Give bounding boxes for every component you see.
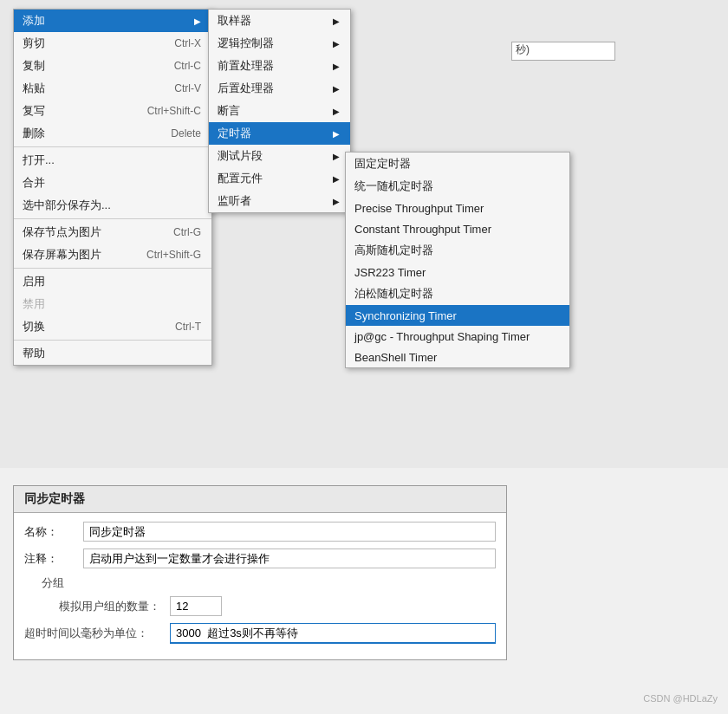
menu-item-help[interactable]: 帮助 (14, 342, 211, 365)
sub1-item-test-fragment-label: 测试片段 (218, 148, 263, 164)
sub1-item-postprocess[interactable]: 后置处理器 ▶ (209, 77, 350, 100)
config-comment-input[interactable] (83, 548, 496, 568)
config-name-input[interactable] (83, 522, 496, 542)
menu-item-save-screen-img-label: 保存屏幕为图片 (23, 247, 101, 263)
menu-item-open-label: 打开... (23, 153, 55, 168)
menu-item-merge-label: 合并 (23, 175, 45, 191)
sub1-item-timer-label: 定时器 (218, 126, 251, 141)
menu-item-paste-label: 粘贴 (23, 81, 45, 96)
config-timeout-input[interactable] (170, 623, 496, 644)
sub2-item-jpgc[interactable]: jp@gc - Throughput Shaping Timer (346, 326, 569, 347)
sub1-item-timer[interactable]: 定时器 ▶ (209, 122, 350, 145)
menu-item-delete[interactable]: 删除 Delete (14, 122, 211, 145)
sub2-item-poisson[interactable]: 泊松随机定时器 (346, 282, 569, 305)
menu-item-delete-label: 删除 (23, 126, 45, 141)
sub1-item-test-fragment[interactable]: 测试片段 ▶ (209, 145, 350, 167)
config-row-simulate: 模拟用户组的数量： (24, 596, 496, 616)
sub1-item-sampler[interactable]: 取样器 ▶ (209, 10, 350, 32)
sub1-context-menu: 取样器 ▶ 逻辑控制器 ▶ 前置处理器 ▶ 后置处理器 ▶ 断言 ▶ 定时器 ▶… (208, 9, 351, 213)
config-timeout-label: 超时时间以毫秒为单位： (24, 626, 163, 641)
menu-item-toggle[interactable]: 切换 Ctrl-T (14, 315, 211, 338)
menu-item-enable[interactable]: 启用 (14, 270, 211, 293)
sub1-item-test-fragment-arrow: ▶ (333, 152, 340, 161)
menu-item-rewrite-label: 复写 (23, 103, 45, 119)
sub2-item-gaussian[interactable]: 高斯随机定时器 (346, 239, 569, 262)
sub1-item-config[interactable]: 配置元件 ▶ (209, 167, 350, 190)
menu-item-cut[interactable]: 剪切 Ctrl-X (14, 32, 211, 55)
menu-item-paste-shortcut: Ctrl-V (174, 82, 201, 94)
sub1-item-postprocess-label: 后置处理器 (218, 81, 274, 96)
sub2-item-precise[interactable]: Precise Throughput Timer (346, 198, 569, 218)
menu-item-delete-shortcut: Delete (171, 127, 201, 140)
config-row-timeout: 超时时间以毫秒为单位： (24, 623, 496, 644)
sub2-item-uniform[interactable]: 统一随机定时器 (346, 175, 569, 198)
top-right-input-area: 秒) (511, 42, 615, 61)
sub1-item-timer-arrow: ▶ (333, 129, 340, 139)
menu-item-add-arrow: ▶ (194, 16, 201, 26)
sub2-context-menu: 固定定时器 统一随机定时器 Precise Throughput Timer C… (345, 152, 570, 368)
menu-item-add[interactable]: 添加 ▶ (14, 10, 211, 32)
config-comment-label: 注释： (24, 551, 76, 567)
menu-item-rewrite[interactable]: 复写 Ctrl+Shift-C (14, 100, 211, 122)
menu-item-save-node-img-label: 保存节点为图片 (23, 224, 101, 240)
sub1-item-listener-label: 监听者 (218, 193, 251, 209)
sub1-item-assertion-arrow: ▶ (333, 107, 340, 116)
sub2-item-gaussian-label: 高斯随机定时器 (354, 243, 433, 258)
sub2-item-synchronizing[interactable]: Synchronizing Timer (346, 305, 569, 326)
sub2-item-synchronizing-label: Synchronizing Timer (354, 309, 457, 322)
menu-item-save-node-img[interactable]: 保存节点为图片 Ctrl-G (14, 221, 211, 243)
main-context-menu: 添加 ▶ 剪切 Ctrl-X 复制 Ctrl-C 粘贴 Ctrl-V 复写 Ct… (13, 9, 212, 366)
sub2-item-fixed-label: 固定定时器 (354, 156, 411, 172)
sub1-item-listener[interactable]: 监听者 ▶ (209, 190, 350, 212)
config-panel-body: 名称： 注释： 分组 模拟用户组的数量： 超时时间以毫秒为单位： (14, 513, 506, 659)
config-name-label: 名称： (24, 524, 76, 540)
sub1-item-logic-arrow: ▶ (333, 39, 340, 49)
menu-item-copy-shortcut: Ctrl-C (174, 60, 201, 72)
menu-item-paste[interactable]: 粘贴 Ctrl-V (14, 77, 211, 100)
menu-item-toggle-shortcut: Ctrl-T (175, 321, 201, 333)
sub1-item-logic[interactable]: 逻辑控制器 ▶ (209, 32, 350, 55)
menu-item-disable: 禁用 (14, 293, 211, 315)
sub2-item-beanshell[interactable]: BeanShell Timer (346, 347, 569, 367)
config-simulate-input[interactable] (170, 596, 222, 616)
sub1-item-logic-label: 逻辑控制器 (218, 36, 274, 51)
menu-item-save-screen-img-shortcut: Ctrl+Shift-G (146, 249, 201, 261)
sub1-item-config-label: 配置元件 (218, 171, 263, 186)
menu-item-save-selected-label: 选中部分保存为... (23, 198, 111, 213)
config-simulate-label: 模拟用户组的数量： (59, 599, 163, 614)
watermark: CSDN @HDLaZy (643, 693, 718, 704)
config-panel: 同步定时器 名称： 注释： 分组 模拟用户组的数量： 超时时间以毫秒为单位： (13, 485, 507, 660)
sub2-item-jpgc-label: jp@gc - Throughput Shaping Timer (354, 330, 530, 343)
config-row-name: 名称： (24, 522, 496, 542)
sub1-item-preprocess-arrow: ▶ (333, 62, 340, 71)
menu-item-toggle-label: 切换 (23, 319, 45, 334)
menu-item-open[interactable]: 打开... (14, 149, 211, 172)
menu-separator-3 (14, 268, 211, 269)
sub2-item-fixed[interactable]: 固定定时器 (346, 153, 569, 175)
menu-item-help-label: 帮助 (23, 346, 45, 361)
menu-item-add-label: 添加 (23, 13, 45, 29)
sub1-item-assertion-label: 断言 (218, 103, 240, 119)
config-panel-title: 同步定时器 (14, 486, 506, 513)
menu-item-merge[interactable]: 合并 (14, 172, 211, 194)
sub1-item-config-arrow: ▶ (333, 174, 340, 184)
sub2-item-jsr223[interactable]: JSR223 Timer (346, 262, 569, 282)
sub2-item-precise-label: Precise Throughput Timer (354, 202, 484, 215)
sub2-item-jsr223-label: JSR223 Timer (354, 266, 426, 279)
sub1-item-listener-arrow: ▶ (333, 197, 340, 206)
menu-item-enable-label: 启用 (23, 274, 45, 289)
sub1-item-preprocess[interactable]: 前置处理器 ▶ (209, 55, 350, 77)
menu-item-rewrite-shortcut: Ctrl+Shift-C (147, 105, 201, 117)
menu-separator-1 (14, 146, 211, 147)
menu-item-copy[interactable]: 复制 Ctrl-C (14, 55, 211, 77)
menu-item-save-screen-img[interactable]: 保存屏幕为图片 Ctrl+Shift-G (14, 243, 211, 266)
sub2-item-constant[interactable]: Constant Throughput Timer (346, 218, 569, 239)
menu-separator-2 (14, 218, 211, 219)
sub1-item-assertion[interactable]: 断言 ▶ (209, 100, 350, 122)
menu-item-save-selected[interactable]: 选中部分保存为... (14, 194, 211, 217)
menu-separator-4 (14, 340, 211, 341)
config-group-label: 分组 (42, 575, 496, 591)
sub2-item-constant-label: Constant Throughput Timer (354, 223, 491, 236)
menu-item-save-node-img-shortcut: Ctrl-G (173, 226, 201, 238)
sub2-item-poisson-label: 泊松随机定时器 (354, 286, 433, 302)
